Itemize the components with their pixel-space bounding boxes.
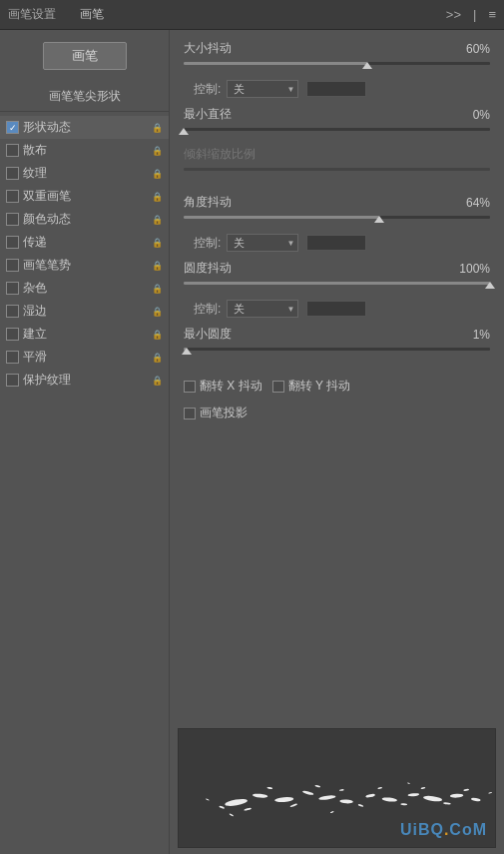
size-jitter-control-select-wrap[interactable]: 关 钢笔压力 钢笔斜度 光笔轮 旋转 — [227, 80, 298, 98]
sidebar-item-9[interactable]: 建立🔒 — [0, 323, 169, 346]
sidebar-label-7: 杂色 — [23, 280, 148, 297]
sidebar-checkbox-1[interactable] — [6, 144, 19, 157]
min-roundness-label: 最小圆度 — [184, 326, 450, 343]
sidebar: 画笔 画笔笔尖形状 形状动态🔒散布🔒纹理🔒双重画笔🔒颜色动态🔒传递🔒画笔笔势🔒杂… — [0, 30, 170, 854]
flip-x-item[interactable]: 翻转 X 抖动 — [184, 378, 262, 395]
roundness-jitter-track — [184, 282, 490, 285]
tilt-scale-slider — [184, 168, 490, 182]
svg-point-26 — [229, 813, 234, 817]
brush-projection-item[interactable]: 画笔投影 — [184, 405, 248, 422]
sidebar-item-1[interactable]: 散布🔒 — [0, 139, 169, 162]
sidebar-item-4[interactable]: 颜色动态🔒 — [0, 208, 169, 231]
size-jitter-control-input[interactable] — [306, 81, 366, 97]
size-jitter-fill — [184, 62, 367, 65]
svg-point-10 — [450, 793, 464, 798]
min-roundness-value: 1% — [450, 328, 490, 342]
flip-x-checkbox[interactable] — [184, 381, 196, 393]
brush-button-wrap: 画笔 — [0, 38, 169, 74]
angle-jitter-control-row: 控制: 关 钢笔压力 钢笔斜度 光笔轮 旋转 — [184, 234, 490, 252]
sidebar-checkbox-2[interactable] — [6, 167, 19, 180]
min-diameter-slider[interactable] — [184, 128, 490, 142]
size-jitter-slider[interactable] — [184, 62, 490, 76]
flip-y-checkbox[interactable] — [272, 381, 284, 393]
angle-jitter-track — [184, 216, 490, 219]
roundness-jitter-control-select[interactable]: 关 钢笔压力 钢笔斜度 光笔轮 旋转 — [227, 300, 298, 318]
sidebar-item-5[interactable]: 传递🔒 — [0, 231, 169, 254]
min-diameter-label: 最小直径 — [184, 106, 450, 123]
sidebar-checkbox-4[interactable] — [6, 213, 19, 226]
sidebar-item-6[interactable]: 画笔笔势🔒 — [0, 254, 169, 277]
sidebar-label-11: 保护纹理 — [23, 372, 148, 389]
sidebar-label-10: 平滑 — [23, 349, 148, 366]
flip-y-item[interactable]: 翻转 Y 抖动 — [272, 378, 350, 395]
min-diameter-value: 0% — [450, 108, 490, 122]
sidebar-item-10[interactable]: 平滑🔒 — [0, 346, 169, 369]
sidebar-section-title: 画笔笔尖形状 — [0, 84, 169, 112]
roundness-jitter-slider[interactable] — [184, 282, 490, 296]
angle-jitter-control-input[interactable] — [306, 235, 366, 251]
title-bar: 画笔设置 画笔 >> | ≡ — [0, 0, 504, 30]
lock-icon-2: 🔒 — [152, 169, 163, 179]
angle-jitter-control-label: 控制: — [194, 235, 221, 252]
sidebar-checkbox-9[interactable] — [6, 328, 19, 341]
sidebar-item-8[interactable]: 湿边🔒 — [0, 300, 169, 323]
sidebar-checkbox-7[interactable] — [6, 282, 19, 295]
watermark-text1: UiBQ — [400, 821, 444, 838]
lock-icon-7: 🔒 — [152, 284, 163, 294]
sidebar-item-11[interactable]: 保护纹理🔒 — [0, 369, 169, 392]
sidebar-item-7[interactable]: 杂色🔒 — [0, 277, 169, 300]
menu-icon[interactable]: ≡ — [488, 7, 496, 22]
sidebar-checkbox-8[interactable] — [6, 305, 19, 318]
title-bar-icons: >> | ≡ — [446, 7, 496, 22]
expand-icon[interactable]: >> — [446, 7, 461, 22]
sidebar-item-0[interactable]: 形状动态🔒 — [0, 116, 169, 139]
angle-jitter-control-select[interactable]: 关 钢笔压力 钢笔斜度 光笔轮 旋转 — [227, 234, 298, 252]
sidebar-checkbox-6[interactable] — [6, 259, 19, 272]
sidebar-item-2[interactable]: 纹理🔒 — [0, 162, 169, 185]
sidebar-label-4: 颜色动态 — [23, 211, 148, 228]
lock-icon-8: 🔒 — [152, 307, 163, 317]
svg-point-13 — [244, 807, 252, 811]
svg-point-17 — [339, 789, 344, 791]
angle-jitter-value: 64% — [450, 196, 490, 210]
watermark-text3: o — [462, 821, 473, 838]
sidebar-label-6: 画笔笔势 — [23, 257, 148, 274]
sidebar-checkbox-3[interactable] — [6, 190, 19, 203]
main-layout: 画笔 画笔笔尖形状 形状动态🔒散布🔒纹理🔒双重画笔🔒颜色动态🔒传递🔒画笔笔势🔒杂… — [0, 30, 504, 854]
sidebar-item-3[interactable]: 双重画笔🔒 — [0, 185, 169, 208]
sidebar-checkbox-0[interactable] — [6, 121, 19, 134]
title-bar-tab[interactable]: 画笔 — [72, 6, 112, 23]
angle-jitter-control-select-wrap[interactable]: 关 钢笔压力 钢笔斜度 光笔轮 旋转 — [227, 234, 298, 252]
svg-point-20 — [400, 803, 407, 805]
sidebar-items-container: 形状动态🔒散布🔒纹理🔒双重画笔🔒颜色动态🔒传递🔒画笔笔势🔒杂色🔒湿边🔒建立🔒平滑… — [0, 116, 169, 392]
lock-icon-3: 🔒 — [152, 192, 163, 202]
sidebar-checkbox-5[interactable] — [6, 236, 19, 249]
brush-projection-row: 画笔投影 — [184, 399, 490, 426]
sidebar-checkbox-11[interactable] — [6, 374, 19, 387]
svg-point-15 — [289, 803, 297, 807]
svg-point-19 — [377, 787, 382, 789]
min-roundness-slider[interactable] — [184, 348, 490, 362]
svg-point-25 — [488, 792, 492, 794]
lock-icon-4: 🔒 — [152, 215, 163, 225]
min-roundness-thumb — [182, 348, 192, 355]
angle-jitter-fill — [184, 216, 379, 219]
svg-point-0 — [225, 798, 249, 808]
roundness-jitter-control-select-wrap[interactable]: 关 钢笔压力 钢笔斜度 光笔轮 旋转 — [227, 300, 298, 318]
min-diameter-track — [184, 128, 490, 131]
size-jitter-control-select[interactable]: 关 钢笔压力 钢笔斜度 光笔轮 旋转 — [227, 80, 298, 98]
sidebar-checkbox-10[interactable] — [6, 351, 19, 364]
brush-button[interactable]: 画笔 — [43, 42, 127, 70]
svg-point-16 — [314, 785, 320, 788]
svg-point-18 — [357, 803, 363, 807]
svg-point-5 — [339, 799, 353, 804]
svg-point-2 — [274, 796, 294, 802]
min-diameter-row: 最小直径 0% — [184, 106, 490, 123]
tilt-scale-label: 倾斜缩放比例 — [184, 146, 490, 163]
brush-projection-checkbox[interactable] — [184, 408, 196, 420]
sidebar-label-0: 形状动态 — [23, 119, 148, 136]
lock-icon-9: 🔒 — [152, 330, 163, 340]
roundness-jitter-control-input[interactable] — [306, 301, 366, 317]
size-jitter-control-row: 控制: 关 钢笔压力 钢笔斜度 光笔轮 旋转 — [184, 80, 490, 98]
angle-jitter-slider[interactable] — [184, 216, 490, 230]
